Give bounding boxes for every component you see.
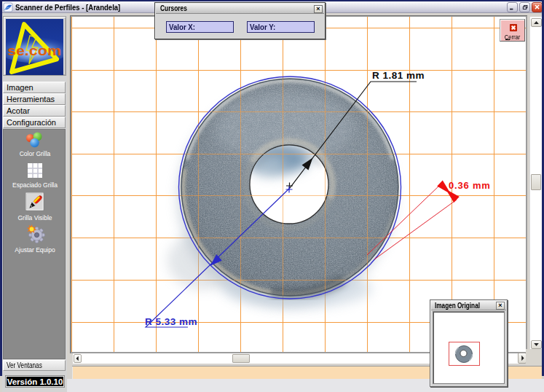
svg-text:R 5.33 mm: R 5.33 mm <box>145 316 197 327</box>
svg-text:0.36 mm: 0.36 mm <box>449 180 491 191</box>
svg-text:R 1.81 mm: R 1.81 mm <box>372 70 425 81</box>
svg-text:se.com: se.com <box>7 44 61 58</box>
